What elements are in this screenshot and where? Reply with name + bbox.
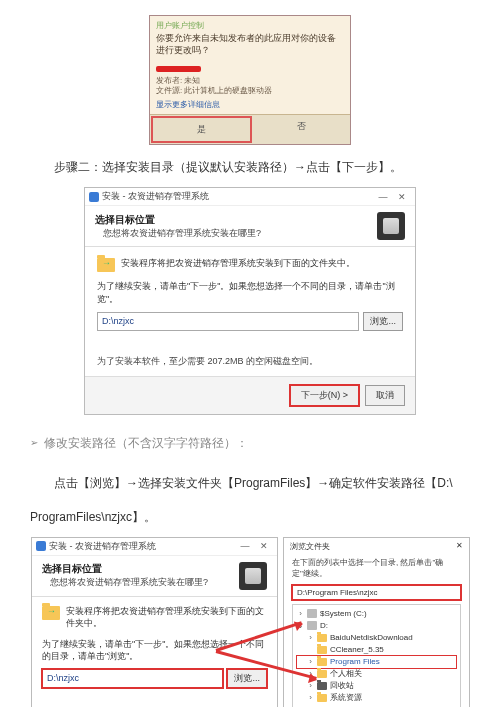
browse-button-2[interactable]: 浏览... — [227, 669, 267, 688]
installer-dialog-2: 安装 - 农资进销存管理系统 — ✕ 选择目标位置 您想将农资进销存管理系统安装… — [31, 537, 278, 707]
installer-folder-line-2: 安装程序将把农资进销存管理系统安装到下面的文件夹中。 — [66, 605, 267, 630]
installer-dialog-1: 安装 - 农资进销存管理系统 — ✕ 选择目标位置 您想将农资进销存管理系统安装… — [84, 187, 416, 414]
installer-header-sub-2: 您想将农资进销存管理系统安装在哪里? — [42, 576, 208, 589]
setup-icon — [36, 541, 46, 551]
window-title-2: 安装 - 农资进销存管理系统 — [49, 540, 156, 553]
installer-header-title: 选择目标位置 — [95, 213, 261, 227]
install-path-input[interactable] — [97, 312, 359, 331]
browse-close-icon[interactable]: ✕ — [456, 541, 463, 552]
browse-path-field[interactable]: D:\Program Files\nzjxc — [292, 585, 461, 600]
uac-question: 你要允许来自未知发布者的此应用对你的设备进行更改吗？ — [156, 33, 344, 56]
installer-header-title-2: 选择目标位置 — [42, 562, 208, 576]
next-button[interactable]: 下一步(N) > — [290, 385, 359, 406]
install-path-input-2[interactable] — [42, 669, 223, 688]
folder-icon — [317, 694, 327, 702]
installer-tip-2: 为了继续安装，请单击"下一步"。如果您想选择一个不同的目录，请单击"浏览"。 — [42, 638, 267, 663]
step2-caption: 步骤二：选择安装目录（提议默认安装路径）→点击【下一步】。 — [30, 155, 470, 179]
folder-icon — [317, 634, 327, 642]
disk-space-text: 为了安装本软件，至少需要 207.2MB 的空闲磁盘空间。 — [97, 355, 403, 368]
folder-icon — [97, 258, 115, 272]
installer-folder-line: 安装程序将把农资进销存管理系统安装到下面的文件夹中。 — [121, 257, 355, 270]
uac-titlebar: 用户账户控制 — [156, 20, 344, 31]
drive-icon — [307, 621, 317, 630]
modify-path-line: 点击【浏览】→选择安装文件夹【ProgramFiles】→确定软件安装路径【D:… — [30, 471, 470, 495]
uac-details-link[interactable]: 显示更多详细信息 — [156, 99, 344, 110]
setup-icon — [89, 192, 99, 202]
installer-tip: 为了继续安装，请单击"下一步"。如果您想选择一个不同的目录，请单击"浏览"。 — [97, 280, 403, 305]
uac-redbar — [156, 66, 201, 72]
chevron-right-icon: ➢ — [30, 437, 38, 448]
folder-icon — [317, 658, 327, 666]
modify-path-end: ProgramFiles\nzjxc】。 — [30, 505, 470, 529]
folder-icon — [317, 682, 327, 690]
folder-icon — [317, 646, 327, 654]
folder-tree[interactable]: ›$System (C:) ⌄D: ›BaiduNetdiskDownload … — [292, 604, 461, 707]
minimize-button[interactable]: — — [236, 540, 254, 552]
uac-meta-publisher: 发布者: 未知 — [156, 76, 344, 86]
folder-icon — [317, 670, 327, 678]
modify-path-note: 修改安装路径（不含汉字字符路径）： — [44, 431, 248, 455]
minimize-button[interactable]: — — [374, 191, 392, 203]
uac-no-button[interactable]: 否 — [253, 115, 350, 144]
cancel-button[interactable]: 取消 — [365, 385, 405, 406]
package-icon — [377, 212, 405, 240]
package-icon — [239, 562, 267, 590]
titlebar-2: 安装 - 农资进销存管理系统 — ✕ — [32, 538, 277, 556]
installer-header-sub: 您想将农资进销存管理系统安装在哪里? — [95, 227, 261, 240]
program-files-node[interactable]: Program Files — [330, 656, 380, 668]
uac-meta-source: 文件源: 此计算机上的硬盘驱动器 — [156, 86, 344, 96]
browse-button[interactable]: 浏览... — [363, 312, 403, 331]
browse-dialog-sub: 在下面的列表中选择一个目录, 然后单击"确定"继续。 — [284, 555, 469, 583]
browse-dialog-title: 浏览文件夹 — [290, 541, 330, 552]
close-button[interactable]: ✕ — [255, 540, 273, 552]
close-button[interactable]: ✕ — [393, 191, 411, 203]
titlebar: 安装 - 农资进销存管理系统 — ✕ — [85, 188, 415, 206]
drive-icon — [307, 609, 317, 618]
uac-yes-button[interactable]: 是 — [151, 116, 252, 143]
uac-prompt: 用户账户控制 你要允许来自未知发布者的此应用对你的设备进行更改吗？ 发布者: 未… — [149, 15, 351, 145]
folder-icon — [42, 606, 60, 620]
window-title: 安装 - 农资进销存管理系统 — [102, 190, 209, 203]
